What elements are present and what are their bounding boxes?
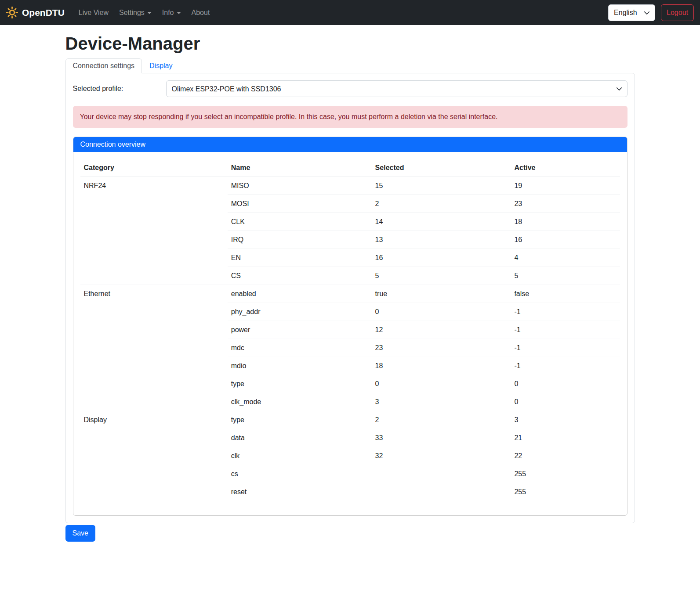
table-row: Ethernetenabledtruefalse xyxy=(80,285,620,303)
selected-cell: 32 xyxy=(372,447,511,465)
active-cell: false xyxy=(511,285,620,303)
active-cell: -1 xyxy=(511,357,620,375)
selected-cell: 12 xyxy=(372,321,511,339)
column-header-selected: Selected xyxy=(372,159,511,177)
profile-row: Selected profile: Olimex ESP32-POE with … xyxy=(73,80,627,97)
name-cell: power xyxy=(228,321,372,339)
column-header-name: Name xyxy=(228,159,372,177)
selected-cell: 16 xyxy=(372,249,511,267)
category-cell: Display xyxy=(80,411,228,501)
tab-display[interactable]: Display xyxy=(142,58,180,73)
nav-item-about[interactable]: About xyxy=(188,5,214,20)
active-cell: 0 xyxy=(511,375,620,393)
main-container: Device-Manager Connection settings Displ… xyxy=(60,33,640,542)
category-cell: NRF24 xyxy=(80,177,228,285)
selected-cell: 3 xyxy=(372,393,511,411)
selected-cell: true xyxy=(372,285,511,303)
selected-cell: 2 xyxy=(372,195,511,213)
name-cell: MISO xyxy=(228,177,372,195)
nav-item-info-label: Info xyxy=(162,9,174,16)
name-cell: type xyxy=(228,411,372,429)
name-cell: clk_mode xyxy=(228,393,372,411)
active-cell: 255 xyxy=(511,483,620,501)
name-cell: EN xyxy=(228,249,372,267)
selected-cell: 5 xyxy=(372,267,511,285)
active-cell: -1 xyxy=(511,303,620,321)
table-row: Displaytype23 xyxy=(80,411,620,429)
selected-cell: 14 xyxy=(372,213,511,231)
page-title: Device-Manager xyxy=(65,33,635,54)
nav-item-settings-label: Settings xyxy=(119,9,145,16)
selected-cell: 0 xyxy=(372,303,511,321)
nav-item-info[interactable]: Info xyxy=(159,5,185,20)
selected-cell: 0 xyxy=(372,375,511,393)
selected-cell xyxy=(372,483,511,501)
active-cell: 16 xyxy=(511,231,620,249)
active-cell: 19 xyxy=(511,177,620,195)
nav-item-settings[interactable]: Settings xyxy=(116,5,155,20)
profile-label: Selected profile: xyxy=(73,85,166,93)
name-cell: mdc xyxy=(228,339,372,357)
overview-table-body: NRF24MISO1519MOSI223CLK1418IRQ1316EN164C… xyxy=(80,177,620,501)
active-cell: 23 xyxy=(511,195,620,213)
table-row: NRF24MISO1519 xyxy=(80,177,620,195)
name-cell: IRQ xyxy=(228,231,372,249)
column-header-active: Active xyxy=(511,159,620,177)
active-cell: 5 xyxy=(511,267,620,285)
active-cell: -1 xyxy=(511,321,620,339)
selected-cell: 15 xyxy=(372,177,511,195)
category-cell: Ethernet xyxy=(80,285,228,411)
tab-panel-connection-settings: Selected profile: Olimex ESP32-POE with … xyxy=(65,73,635,523)
connection-overview-header: Connection overview xyxy=(73,137,627,152)
nav-item-live-view[interactable]: Live View xyxy=(75,5,112,20)
connection-overview-card: Connection overview Category Name Select… xyxy=(73,137,627,516)
active-cell: -1 xyxy=(511,339,620,357)
connection-overview-body: Category Name Selected Active NRF24MISO1… xyxy=(73,152,627,515)
active-cell: 22 xyxy=(511,447,620,465)
selected-cell xyxy=(372,465,511,483)
active-cell: 21 xyxy=(511,429,620,447)
save-button[interactable]: Save xyxy=(65,525,95,542)
profile-select-wrap: Olimex ESP32-POE with SSD1306 xyxy=(166,80,627,97)
name-cell: data xyxy=(228,429,372,447)
name-cell: cs xyxy=(228,465,372,483)
column-header-category: Category xyxy=(80,159,228,177)
tab-connection-settings[interactable]: Connection settings xyxy=(65,58,142,73)
selected-cell: 18 xyxy=(372,357,511,375)
name-cell: CS xyxy=(228,267,372,285)
active-cell: 18 xyxy=(511,213,620,231)
active-cell: 255 xyxy=(511,465,620,483)
logout-button[interactable]: Logout xyxy=(661,4,694,21)
profile-warning-alert: Your device may stop responding if you s… xyxy=(73,106,627,128)
selected-cell: 23 xyxy=(372,339,511,357)
navbar: OpenDTU Live View Settings Info About En… xyxy=(0,0,700,25)
selected-cell: 2 xyxy=(372,411,511,429)
connection-overview-table: Category Name Selected Active NRF24MISO1… xyxy=(80,159,620,501)
table-header-row: Category Name Selected Active xyxy=(80,159,620,177)
active-cell: 0 xyxy=(511,393,620,411)
name-cell: enabled xyxy=(228,285,372,303)
name-cell: phy_addr xyxy=(228,303,372,321)
brand-label: OpenDTU xyxy=(22,7,65,18)
language-select-wrap: English xyxy=(608,4,655,21)
language-select[interactable]: English xyxy=(608,4,655,21)
selected-cell: 33 xyxy=(372,429,511,447)
selected-cell: 13 xyxy=(372,231,511,249)
active-cell: 3 xyxy=(511,411,620,429)
profile-select[interactable]: Olimex ESP32-POE with SSD1306 xyxy=(166,80,627,97)
nav-links: Live View Settings Info About xyxy=(73,5,215,20)
name-cell: MOSI xyxy=(228,195,372,213)
brand-link[interactable]: OpenDTU xyxy=(6,7,65,18)
name-cell: type xyxy=(228,375,372,393)
active-cell: 4 xyxy=(511,249,620,267)
navbar-right: English Logout xyxy=(608,4,694,21)
caret-down-icon xyxy=(177,12,181,14)
caret-down-icon xyxy=(147,12,152,14)
name-cell: reset xyxy=(228,483,372,501)
sun-icon xyxy=(6,7,18,18)
name-cell: CLK xyxy=(228,213,372,231)
tab-bar: Connection settings Display xyxy=(65,58,635,73)
name-cell: clk xyxy=(228,447,372,465)
name-cell: mdio xyxy=(228,357,372,375)
